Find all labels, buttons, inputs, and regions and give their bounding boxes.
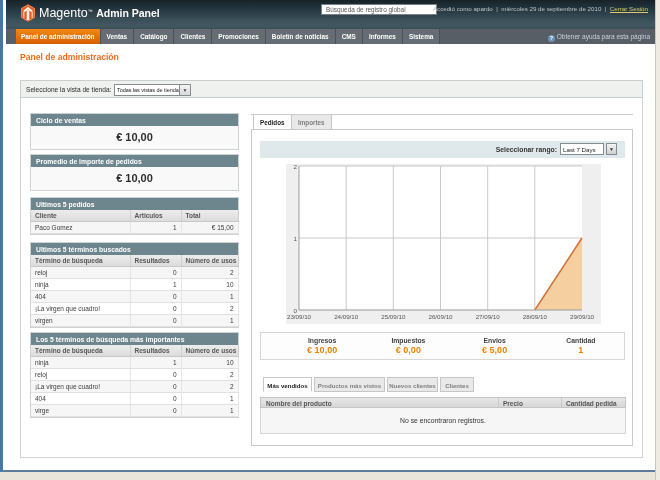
svg-text:24/09/10: 24/09/10 — [334, 313, 359, 320]
svg-text:1: 1 — [294, 235, 298, 242]
svg-text:26/09/10: 26/09/10 — [428, 313, 453, 320]
svg-text:23/09/10: 23/09/10 — [287, 313, 312, 320]
svg-text:27/09/10: 27/09/10 — [476, 313, 501, 320]
svg-text:25/09/10: 25/09/10 — [381, 313, 406, 320]
svg-text:28/09/10: 28/09/10 — [523, 313, 548, 320]
svg-text:29/09/10: 29/09/10 — [570, 313, 595, 320]
svg-text:2: 2 — [294, 164, 298, 170]
